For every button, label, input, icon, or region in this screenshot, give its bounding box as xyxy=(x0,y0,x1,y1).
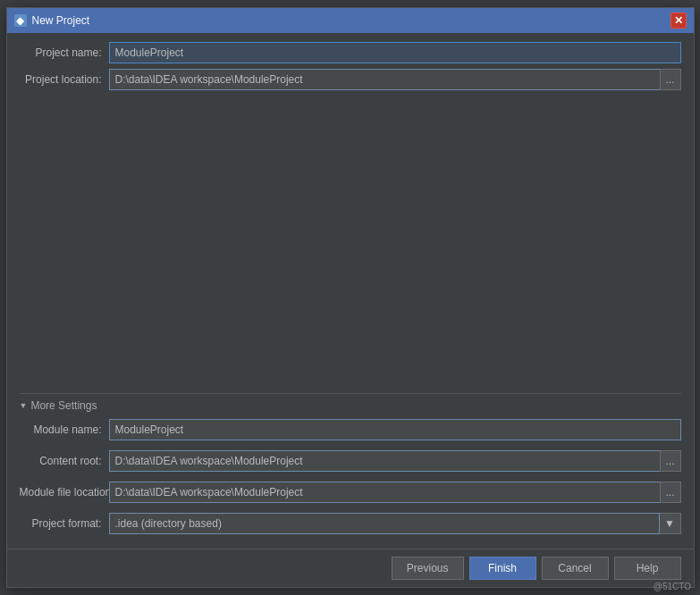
previous-button[interactable]: Previous xyxy=(392,557,464,580)
title-bar: ◆ New Project ✕ xyxy=(7,8,694,33)
module-file-location-label: Module file location: xyxy=(20,486,109,499)
module-file-location-input[interactable] xyxy=(109,482,660,503)
module-name-row: Module name: xyxy=(20,419,681,440)
browse-icon: ... xyxy=(665,455,674,467)
module-file-location-browse-button[interactable]: ... xyxy=(660,482,681,503)
project-name-input[interactable] xyxy=(109,42,681,63)
expand-icon: ▼ xyxy=(20,401,28,410)
content-root-browse-button[interactable]: ... xyxy=(660,450,681,472)
project-location-label: Project location: xyxy=(20,73,109,86)
finish-button[interactable]: Finish xyxy=(469,557,536,580)
project-location-row: Project location: ... xyxy=(20,69,681,90)
app-icon: ◆ xyxy=(14,14,27,27)
project-location-input[interactable] xyxy=(109,69,660,90)
title-bar-left: ◆ New Project xyxy=(14,14,90,27)
content-root-input[interactable] xyxy=(109,450,660,472)
project-format-input[interactable] xyxy=(109,513,660,534)
project-name-row: Project name: xyxy=(20,42,681,63)
footer: Previous Finish Cancel Help xyxy=(7,549,694,587)
content-root-label: Content root: xyxy=(20,455,109,467)
dialog-content: Project name: Project location: ... ▼ Mo… xyxy=(7,33,694,549)
browse-icon: ... xyxy=(665,486,674,499)
dialog-title: New Project xyxy=(32,14,90,27)
browse-icon: ... xyxy=(665,73,674,86)
more-settings-label: More Settings xyxy=(30,399,97,412)
module-file-location-row: Module file location: ... xyxy=(20,482,681,503)
more-settings-section: ▼ More Settings Module name: Content roo… xyxy=(20,393,681,540)
project-name-label: Project name: xyxy=(20,46,109,59)
dropdown-arrow-icon: ▼ xyxy=(664,517,675,530)
module-name-input[interactable] xyxy=(109,419,681,440)
project-format-row: Project format: ▼ xyxy=(20,513,681,534)
close-button[interactable]: ✕ xyxy=(670,13,687,29)
project-format-dropdown-button[interactable]: ▼ xyxy=(660,513,681,534)
dialog-window: ◆ New Project ✕ Project name: Project lo… xyxy=(6,7,695,588)
project-format-select-wrapper: ▼ xyxy=(109,513,681,534)
help-button[interactable]: Help xyxy=(614,557,681,580)
content-root-row: Content root: ... xyxy=(20,450,681,472)
project-format-label: Project format: xyxy=(20,517,109,530)
more-settings-toggle[interactable]: ▼ More Settings xyxy=(20,399,681,412)
project-location-browse-button[interactable]: ... xyxy=(660,69,681,90)
close-icon: ✕ xyxy=(674,14,683,27)
module-name-label: Module name: xyxy=(20,423,109,436)
content-root-field: ... xyxy=(109,450,681,472)
more-settings-fields: Module name: Content root: ... Module xyxy=(20,419,681,540)
cancel-button[interactable]: Cancel xyxy=(542,557,609,580)
module-file-location-field: ... xyxy=(109,482,681,503)
project-location-field: ... xyxy=(109,69,681,90)
